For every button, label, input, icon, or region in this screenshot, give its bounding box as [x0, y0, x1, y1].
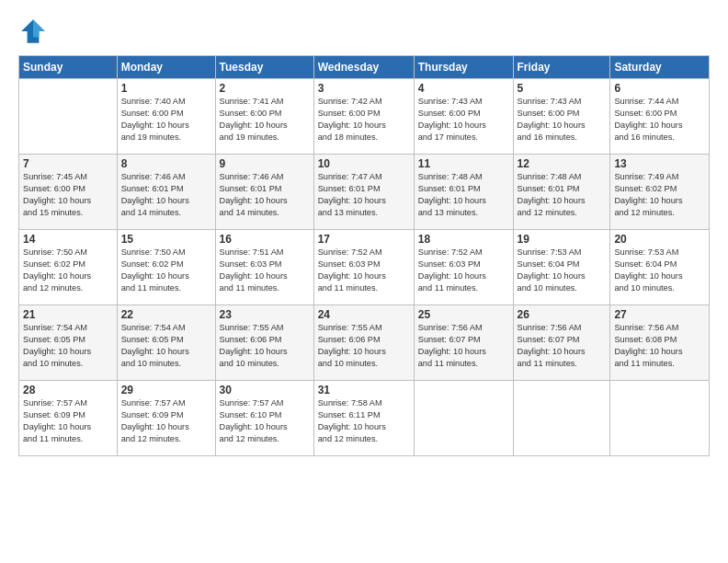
day-number: 31: [318, 384, 410, 396]
calendar-cell: 7Sunrise: 7:45 AM Sunset: 6:00 PM Daylig…: [19, 155, 118, 230]
day-number: 27: [614, 308, 705, 321]
calendar-cell: 27Sunrise: 7:56 AM Sunset: 6:08 PM Dayli…: [610, 305, 710, 381]
day-info: Sunrise: 7:42 AM Sunset: 6:00 PM Dayligh…: [318, 96, 410, 144]
day-number: 3: [318, 82, 410, 95]
day-info: Sunrise: 7:46 AM Sunset: 6:01 PM Dayligh…: [220, 171, 310, 219]
day-number: 6: [614, 82, 705, 95]
day-info: Sunrise: 7:44 AM Sunset: 6:00 PM Dayligh…: [614, 96, 705, 144]
weekday-header: Saturday: [610, 56, 710, 79]
calendar-cell: 10Sunrise: 7:47 AM Sunset: 6:01 PM Dayli…: [313, 155, 414, 230]
day-info: Sunrise: 7:46 AM Sunset: 6:01 PM Dayligh…: [121, 171, 211, 219]
day-info: Sunrise: 7:43 AM Sunset: 6:00 PM Dayligh…: [418, 96, 509, 144]
day-info: Sunrise: 7:51 AM Sunset: 6:03 PM Dayligh…: [220, 247, 310, 294]
day-number: 29: [121, 384, 211, 396]
calendar-week-row: 14Sunrise: 7:50 AM Sunset: 6:02 PM Dayli…: [19, 230, 710, 305]
calendar-cell: 24Sunrise: 7:55 AM Sunset: 6:06 PM Dayli…: [313, 305, 414, 381]
day-info: Sunrise: 7:49 AM Sunset: 6:02 PM Dayligh…: [614, 171, 705, 219]
calendar-cell: [610, 381, 710, 456]
day-info: Sunrise: 7:52 AM Sunset: 6:03 PM Dayligh…: [418, 247, 509, 294]
day-number: 19: [518, 233, 607, 246]
calendar-cell: 26Sunrise: 7:56 AM Sunset: 6:07 PM Dayli…: [513, 305, 610, 381]
day-number: 24: [318, 308, 410, 321]
day-number: 11: [418, 157, 509, 170]
day-number: 28: [23, 384, 113, 396]
day-info: Sunrise: 7:48 AM Sunset: 6:01 PM Dayligh…: [418, 171, 509, 219]
calendar-cell: 22Sunrise: 7:54 AM Sunset: 6:05 PM Dayli…: [117, 305, 215, 381]
day-number: 23: [220, 308, 310, 321]
day-number: 5: [518, 82, 607, 95]
calendar-week-row: 28Sunrise: 7:57 AM Sunset: 6:09 PM Dayli…: [19, 381, 710, 456]
calendar-cell: 16Sunrise: 7:51 AM Sunset: 6:03 PM Dayli…: [215, 230, 313, 305]
day-info: Sunrise: 7:58 AM Sunset: 6:11 PM Dayligh…: [318, 397, 410, 445]
weekday-header: Friday: [513, 56, 610, 79]
page-header: [18, 17, 710, 46]
day-number: 15: [121, 233, 211, 246]
day-info: Sunrise: 7:50 AM Sunset: 6:02 PM Dayligh…: [121, 247, 211, 294]
calendar-cell: 23Sunrise: 7:55 AM Sunset: 6:06 PM Dayli…: [215, 305, 313, 381]
weekday-header: Tuesday: [215, 56, 313, 79]
day-number: 9: [220, 157, 310, 170]
day-info: Sunrise: 7:53 AM Sunset: 6:04 PM Dayligh…: [614, 247, 705, 294]
day-number: 7: [23, 157, 113, 170]
day-info: Sunrise: 7:50 AM Sunset: 6:02 PM Dayligh…: [23, 247, 113, 294]
day-info: Sunrise: 7:40 AM Sunset: 6:00 PM Dayligh…: [121, 96, 211, 144]
calendar-cell: 31Sunrise: 7:58 AM Sunset: 6:11 PM Dayli…: [313, 381, 414, 456]
calendar-cell: 29Sunrise: 7:57 AM Sunset: 6:09 PM Dayli…: [117, 381, 215, 456]
svg-marker-1: [33, 19, 45, 37]
day-info: Sunrise: 7:56 AM Sunset: 6:08 PM Dayligh…: [614, 322, 705, 370]
calendar-cell: 3Sunrise: 7:42 AM Sunset: 6:00 PM Daylig…: [313, 79, 414, 155]
calendar-cell: 2Sunrise: 7:41 AM Sunset: 6:00 PM Daylig…: [215, 79, 313, 155]
day-info: Sunrise: 7:43 AM Sunset: 6:00 PM Dayligh…: [518, 96, 607, 144]
calendar-cell: 4Sunrise: 7:43 AM Sunset: 6:00 PM Daylig…: [414, 79, 513, 155]
calendar-cell: 15Sunrise: 7:50 AM Sunset: 6:02 PM Dayli…: [117, 230, 215, 305]
day-info: Sunrise: 7:56 AM Sunset: 6:07 PM Dayligh…: [418, 322, 509, 370]
calendar-cell: 25Sunrise: 7:56 AM Sunset: 6:07 PM Dayli…: [414, 305, 513, 381]
day-number: 17: [318, 233, 410, 246]
calendar-cell: 19Sunrise: 7:53 AM Sunset: 6:04 PM Dayli…: [513, 230, 610, 305]
day-info: Sunrise: 7:54 AM Sunset: 6:05 PM Dayligh…: [121, 322, 211, 370]
day-info: Sunrise: 7:52 AM Sunset: 6:03 PM Dayligh…: [318, 247, 410, 294]
day-info: Sunrise: 7:55 AM Sunset: 6:06 PM Dayligh…: [318, 322, 410, 370]
day-info: Sunrise: 7:57 AM Sunset: 6:09 PM Dayligh…: [23, 397, 113, 445]
day-number: 2: [220, 82, 310, 95]
day-number: 12: [518, 157, 607, 170]
day-number: 13: [614, 157, 705, 170]
weekday-header: Wednesday: [313, 56, 414, 79]
day-number: 8: [121, 157, 211, 170]
day-info: Sunrise: 7:47 AM Sunset: 6:01 PM Dayligh…: [318, 171, 410, 219]
weekday-header: Sunday: [19, 56, 118, 79]
weekday-header: Monday: [117, 56, 215, 79]
day-number: 14: [23, 233, 113, 246]
calendar-cell: 12Sunrise: 7:48 AM Sunset: 6:01 PM Dayli…: [513, 155, 610, 230]
day-number: 18: [418, 233, 509, 246]
calendar-header-row: SundayMondayTuesdayWednesdayThursdayFrid…: [19, 56, 710, 79]
calendar-table: SundayMondayTuesdayWednesdayThursdayFrid…: [18, 55, 710, 456]
day-number: 26: [518, 308, 607, 321]
day-number: 1: [121, 82, 211, 95]
day-info: Sunrise: 7:57 AM Sunset: 6:10 PM Dayligh…: [220, 397, 310, 445]
calendar-cell: 18Sunrise: 7:52 AM Sunset: 6:03 PM Dayli…: [414, 230, 513, 305]
day-number: 4: [418, 82, 509, 95]
calendar-cell: 21Sunrise: 7:54 AM Sunset: 6:05 PM Dayli…: [19, 305, 118, 381]
calendar-cell: 8Sunrise: 7:46 AM Sunset: 6:01 PM Daylig…: [117, 155, 215, 230]
calendar-week-row: 7Sunrise: 7:45 AM Sunset: 6:00 PM Daylig…: [19, 155, 710, 230]
calendar-cell: 14Sunrise: 7:50 AM Sunset: 6:02 PM Dayli…: [19, 230, 118, 305]
day-number: 30: [220, 384, 310, 396]
day-info: Sunrise: 7:48 AM Sunset: 6:01 PM Dayligh…: [518, 171, 607, 219]
day-number: 16: [220, 233, 310, 246]
day-info: Sunrise: 7:55 AM Sunset: 6:06 PM Dayligh…: [220, 322, 310, 370]
day-number: 22: [121, 308, 211, 321]
day-number: 10: [318, 157, 410, 170]
calendar-cell: [414, 381, 513, 456]
logo-icon: [18, 17, 48, 46]
logo: [18, 17, 53, 46]
day-info: Sunrise: 7:54 AM Sunset: 6:05 PM Dayligh…: [23, 322, 113, 370]
day-number: 25: [418, 308, 509, 321]
calendar-week-row: 21Sunrise: 7:54 AM Sunset: 6:05 PM Dayli…: [19, 305, 710, 381]
calendar-cell: 17Sunrise: 7:52 AM Sunset: 6:03 PM Dayli…: [313, 230, 414, 305]
day-number: 21: [23, 308, 113, 321]
weekday-header: Thursday: [414, 56, 513, 79]
calendar-cell: 28Sunrise: 7:57 AM Sunset: 6:09 PM Dayli…: [19, 381, 118, 456]
calendar-cell: 11Sunrise: 7:48 AM Sunset: 6:01 PM Dayli…: [414, 155, 513, 230]
calendar-week-row: 1Sunrise: 7:40 AM Sunset: 6:00 PM Daylig…: [19, 79, 710, 155]
